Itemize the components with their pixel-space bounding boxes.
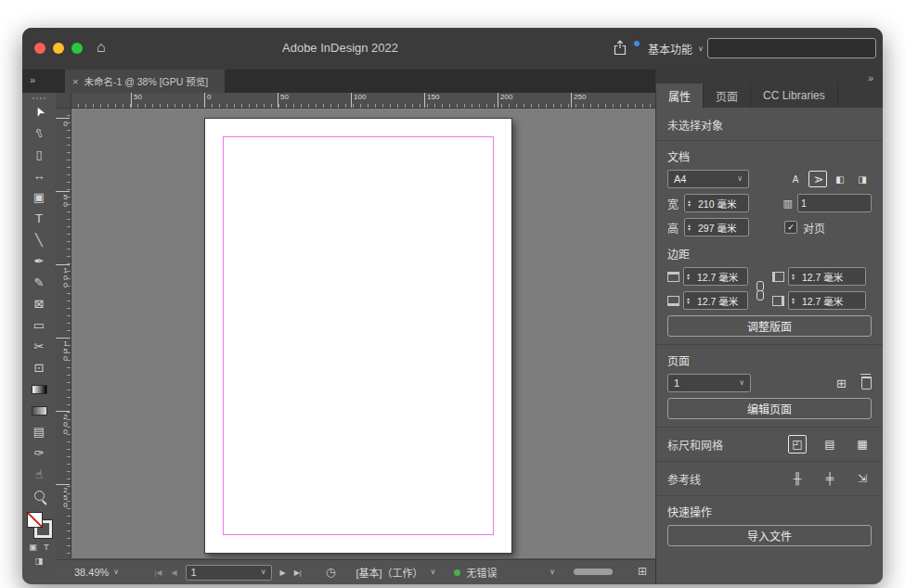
type-tool[interactable]: T	[22, 208, 56, 229]
orientation-portrait-icon[interactable]: A	[786, 171, 805, 187]
horizontal-ruler[interactable]: 50 0 50 100 150 200 250	[71, 93, 655, 109]
stepper[interactable]: ▴▾	[687, 297, 694, 305]
panel-collapse-icon[interactable]: »	[868, 72, 873, 83]
stepper-down-icon[interactable]: ▾	[688, 227, 695, 232]
stepper-down-icon[interactable]: ▾	[687, 300, 694, 305]
delete-page-icon[interactable]	[861, 377, 872, 390]
margin-inside-field[interactable]: ▴▾ 12.7 毫米	[788, 267, 866, 286]
home-icon[interactable]: ⌂	[97, 39, 106, 56]
vertical-ruler[interactable]: 0 50 100 150 200 250	[56, 108, 71, 558]
ruler-origin-corner[interactable]	[56, 93, 71, 109]
tab-cc-libraries[interactable]: CC Libraries	[751, 83, 838, 108]
content-collector-tool[interactable]: ▣	[22, 186, 56, 208]
tab-pages[interactable]: 页面	[704, 83, 751, 108]
formatting-affects-container-icon[interactable]: ▣	[29, 542, 37, 552]
add-page-icon[interactable]: ⊞	[836, 377, 847, 390]
binding-ltr-icon[interactable]: ◧	[831, 171, 849, 187]
toolbar-drag-handle[interactable]	[32, 97, 45, 99]
document-tab[interactable]: × 未命名-1 @ 38% [GPU 预览]	[65, 70, 225, 93]
frame-tool[interactable]: ⊠	[22, 293, 56, 314]
formatting-affects-text-icon[interactable]: T	[44, 542, 49, 552]
minimize-window-button[interactable]	[53, 43, 64, 54]
edit-page-button[interactable]: 编辑页面	[667, 398, 872, 419]
column-guides-glyph: ╫	[794, 472, 802, 485]
margin-inside-icon	[772, 272, 784, 282]
page-number-dropdown[interactable]: 1 ∨	[186, 565, 272, 581]
search-input[interactable]	[707, 38, 876, 58]
stepper-down-icon[interactable]: ▾	[792, 300, 799, 305]
no-errors-label: 无错误	[466, 565, 497, 580]
last-page-button[interactable]: ▶|	[294, 569, 302, 577]
ruler-guides-icon[interactable]: ╪	[821, 469, 839, 488]
margin-bottom-field[interactable]: ▴▾ 12.7 毫米	[683, 291, 748, 310]
next-page-button[interactable]: ▶	[280, 569, 286, 577]
rectangle-tool[interactable]: ▭	[22, 314, 56, 336]
import-file-button[interactable]: 导入文件	[667, 525, 872, 546]
stepper[interactable]: ▴▾	[688, 199, 695, 208]
scissors-tool[interactable]: ✂	[22, 336, 56, 357]
zoom-level-dropdown[interactable]: 38.49% ∨	[74, 567, 119, 578]
column-guides-icon[interactable]: ╫	[788, 469, 807, 488]
chevron-down-icon[interactable]: ∨	[549, 569, 555, 576]
screen-mode-icon[interactable]: ◨	[35, 556, 44, 566]
page-tool[interactable]: ▯	[22, 144, 56, 165]
no-errors-dot	[454, 569, 460, 576]
note-tool[interactable]: ▤	[22, 421, 56, 442]
line-tool[interactable]: ╲	[22, 229, 56, 250]
toolbar-collapse-icon[interactable]: »	[30, 74, 35, 85]
zoom-window-button[interactable]	[71, 43, 83, 54]
stepper-down-icon[interactable]: ▾	[792, 276, 799, 281]
selection-tool[interactable]: ➤	[22, 101, 56, 122]
preflight-clock-icon[interactable]: ◷	[326, 566, 335, 579]
show-rulers-icon[interactable]: ◰	[788, 435, 807, 454]
baseline-grid-icon[interactable]: ▤	[821, 435, 839, 454]
adjust-layout-button[interactable]: 调整版面	[667, 315, 872, 337]
grid-view-icon[interactable]: ⊞	[638, 565, 647, 578]
pencil-tool[interactable]: ✎	[22, 272, 56, 293]
stepper[interactable]: ▴▾	[792, 273, 799, 281]
stepper-down-icon[interactable]: ▾	[688, 203, 695, 208]
close-window-button[interactable]	[34, 43, 45, 54]
width-field[interactable]: ▴▾ 210 毫米	[684, 194, 749, 212]
stepper-down-icon[interactable]: ▾	[687, 276, 694, 281]
facing-pages-checkbox[interactable]: ✓	[784, 221, 797, 234]
gradient-tool[interactable]	[22, 378, 56, 400]
horizontal-scrollbar-thumb[interactable]	[574, 569, 613, 575]
orientation-landscape-icon[interactable]: A	[808, 171, 827, 187]
zoom-tool[interactable]	[22, 485, 56, 506]
binding-rtl-icon[interactable]: ◨	[853, 171, 872, 187]
page-size-value: A4	[674, 173, 686, 185]
page-count-field[interactable]: 1	[797, 194, 872, 212]
height-value: 297 毫米	[698, 221, 736, 235]
pasteboard[interactable]	[71, 108, 655, 558]
share-icon[interactable]	[613, 40, 627, 59]
height-field[interactable]: ▴▾ 297 毫米	[684, 218, 749, 236]
first-page-button[interactable]: |◀	[154, 569, 162, 577]
workspace-switcher[interactable]: 基本功能 ∨	[648, 41, 704, 57]
fill-stroke-swatches[interactable]	[22, 510, 56, 540]
close-tab-icon[interactable]: ×	[72, 76, 78, 87]
pen-tool[interactable]: ✒	[22, 250, 56, 272]
document-grid-icon[interactable]: ▦	[853, 435, 872, 454]
chevron-down-icon[interactable]: ∨	[431, 569, 436, 576]
free-transform-tool[interactable]: ⊡	[22, 357, 56, 378]
gradient-feather-tool[interactable]	[22, 400, 56, 421]
gap-tool[interactable]: ↔	[22, 165, 56, 186]
eyedropper-tool[interactable]: ✑	[22, 442, 56, 464]
previous-page-button[interactable]: ◀	[171, 569, 176, 577]
stepper[interactable]: ▴▾	[688, 224, 695, 232]
link-margins-icon[interactable]	[756, 281, 765, 300]
document-page[interactable]	[204, 118, 512, 554]
direct-selection-tool[interactable]: ⇧	[22, 122, 56, 144]
fill-swatch-none[interactable]	[27, 512, 43, 528]
page-size-dropdown[interactable]: A4 ∨	[667, 170, 749, 188]
panel-tabs: 属性 页面 CC Libraries	[656, 83, 883, 108]
stepper[interactable]: ▴▾	[687, 273, 694, 281]
stepper[interactable]: ▴▾	[792, 297, 799, 305]
margin-top-field[interactable]: ▴▾ 12.7 毫米	[683, 267, 748, 286]
smart-guides-icon[interactable]: ⇲	[853, 469, 872, 488]
hand-tool[interactable]: ☝	[22, 464, 56, 485]
margin-outside-field[interactable]: ▴▾ 12.7 毫米	[788, 291, 866, 310]
tab-properties[interactable]: 属性	[656, 83, 704, 108]
current-page-dropdown[interactable]: 1 ∨	[667, 374, 751, 392]
